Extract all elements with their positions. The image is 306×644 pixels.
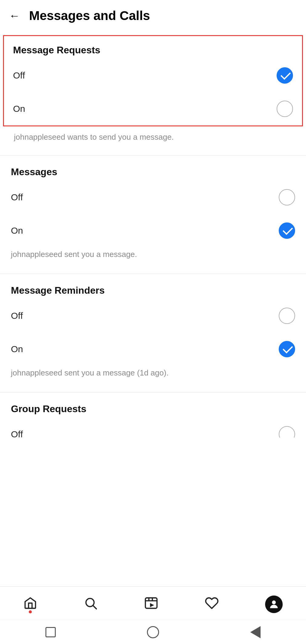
android-nav-bar xyxy=(0,620,306,644)
nav-item-search[interactable] xyxy=(84,596,98,612)
option-label-on-1: On xyxy=(13,104,25,114)
svg-marker-6 xyxy=(150,603,154,607)
nav-item-profile[interactable] xyxy=(265,596,283,613)
page-title: Messages and Calls xyxy=(29,8,150,23)
reels-icon xyxy=(144,596,158,612)
radio-group-requests-off[interactable] xyxy=(279,426,295,442)
android-home-button[interactable] xyxy=(147,626,159,638)
section-messages: Messages Off On johnappleseed sent you a… xyxy=(0,155,306,268)
radio-message-requests-on[interactable] xyxy=(277,101,293,117)
section-group-requests: Group Requests Off xyxy=(0,392,306,442)
note-message-requests: johnappleseed wants to send you a messag… xyxy=(14,130,292,150)
android-back-button[interactable] xyxy=(250,626,261,638)
radio-messages-on[interactable] xyxy=(279,222,295,239)
section-message-reminders: Message Reminders Off On johnappleseed s… xyxy=(0,274,306,386)
option-row-group-requests-off: Off xyxy=(11,418,295,442)
radio-reminders-off[interactable] xyxy=(279,308,295,324)
option-row-reminders-off: Off xyxy=(11,299,295,332)
note-messages: johnappleseed sent you a message. xyxy=(11,247,295,268)
nav-item-reels[interactable] xyxy=(144,596,158,612)
nav-item-home[interactable] xyxy=(23,596,37,612)
bottom-nav-bar xyxy=(0,586,306,620)
search-icon xyxy=(84,596,98,612)
option-label-messages-on: On xyxy=(11,225,23,236)
nav-item-activity[interactable] xyxy=(205,596,219,612)
profile-avatar xyxy=(265,596,283,613)
main-content: ← Messages and Calls Message Requests Of… xyxy=(0,0,306,503)
home-notification-dot xyxy=(29,610,32,613)
option-label-reminders-off: Off xyxy=(11,311,23,321)
option-row-message-requests-off: Off xyxy=(13,59,293,92)
section-title-messages: Messages xyxy=(11,166,295,178)
heart-icon xyxy=(205,596,219,612)
radio-message-requests-off[interactable] xyxy=(277,67,293,84)
option-label-off-1: Off xyxy=(13,70,25,81)
radio-reminders-on[interactable] xyxy=(279,341,295,357)
svg-rect-2 xyxy=(145,598,157,609)
android-recent-button[interactable] xyxy=(45,627,56,637)
note-message-reminders: johnappleseed sent you a message (1d ago… xyxy=(11,366,295,386)
section-title-message-requests: Message Requests xyxy=(13,45,293,56)
option-row-messages-off: Off xyxy=(11,181,295,214)
page-header: ← Messages and Calls xyxy=(0,0,306,32)
radio-messages-off[interactable] xyxy=(279,189,295,205)
section-title-message-reminders: Message Reminders xyxy=(11,285,295,296)
home-icon xyxy=(23,596,37,612)
option-label-reminders-on: On xyxy=(11,344,23,354)
back-button[interactable]: ← xyxy=(9,10,20,21)
option-row-message-requests-on: On xyxy=(13,92,293,125)
svg-point-7 xyxy=(272,600,276,604)
option-row-messages-on: On xyxy=(11,214,295,247)
section-title-group-requests: Group Requests xyxy=(11,403,295,415)
svg-line-1 xyxy=(93,606,97,609)
option-row-reminders-on: On xyxy=(11,332,295,366)
option-label-messages-off: Off xyxy=(11,192,23,202)
section-message-requests: Message Requests Off On xyxy=(3,35,303,126)
option-label-group-requests-off: Off xyxy=(11,429,23,439)
